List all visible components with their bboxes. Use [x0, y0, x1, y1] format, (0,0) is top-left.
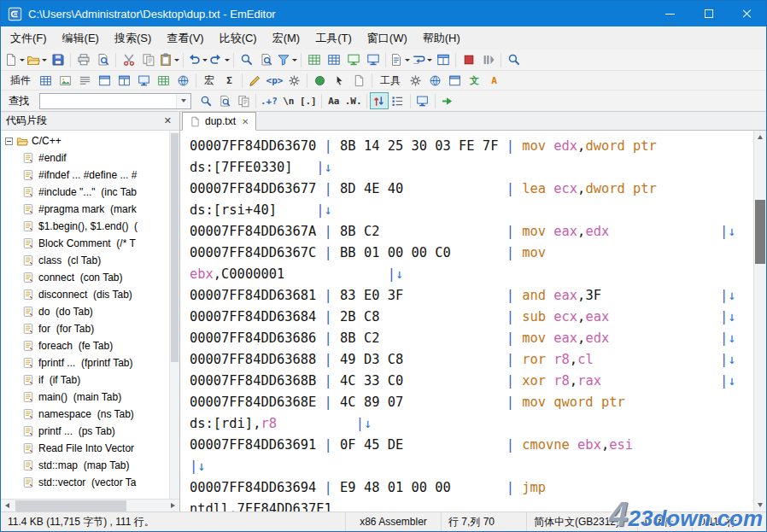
save-button[interactable] — [48, 50, 67, 69]
snippet-item[interactable]: $1.begin(), $1.end() ( — [1, 218, 179, 235]
snippets-hscroll-track[interactable] — [14, 500, 167, 512]
snippet-item[interactable]: disconnect (dis Tab) — [1, 286, 179, 303]
regex-toggle-button[interactable]: .+? — [259, 92, 279, 109]
snippet-item[interactable]: namespace (ns Tab) — [1, 406, 179, 423]
compare-windows-button[interactable] — [363, 50, 383, 69]
snippets-scrollbar[interactable] — [169, 132, 179, 499]
panel-close-button[interactable]: ✕ — [161, 115, 174, 126]
cut-button[interactable] — [119, 50, 138, 69]
snippet-item[interactable]: class (cl Tab) — [1, 252, 179, 269]
search-results-plugin-button[interactable] — [134, 71, 154, 90]
snippet-item[interactable]: #ifndef ... #define ... # — [1, 167, 179, 184]
scroll-left-button[interactable] — [1, 500, 14, 512]
snippet-item[interactable]: Block Comment (/* T — [1, 235, 179, 252]
wrap-mode-button[interactable] — [411, 50, 433, 69]
snippet-item[interactable]: foreach (fe Tab) — [1, 337, 179, 354]
tab-dup-txt[interactable]: dup.txt ✕ — [182, 112, 256, 131]
maximize-button[interactable] — [689, 1, 728, 26]
snippet-item[interactable]: do (do Tab) — [1, 303, 179, 320]
find-button[interactable] — [237, 50, 256, 69]
editor-text[interactable]: 00007FF84DD63670 | 8B 14 25 30 03 FE 7F … — [180, 131, 753, 512]
scroll-right-button[interactable] — [167, 500, 179, 512]
paste-button[interactable] — [158, 50, 180, 69]
record-macro-button[interactable] — [459, 50, 478, 69]
menu-item-5[interactable]: 宏(M) — [265, 26, 308, 50]
new-file-button[interactable] — [3, 50, 26, 69]
match-case-toggle-button[interactable]: Aa — [325, 92, 343, 109]
zoom-button[interactable] — [504, 50, 524, 69]
snippet-item[interactable]: if (if Tab) — [1, 371, 179, 389]
editor-scrollbar[interactable] — [753, 131, 766, 512]
menu-item-3[interactable]: 查看(V) — [159, 26, 211, 50]
undo-button[interactable] — [186, 50, 208, 69]
result-list-button[interactable] — [389, 92, 407, 109]
menu-item-8[interactable]: 帮助(H) — [415, 26, 468, 50]
snippets-hscrollbar[interactable] — [1, 499, 179, 512]
customize-button[interactable] — [406, 71, 425, 90]
snippet-item[interactable]: #endif — [1, 149, 179, 167]
snippet-item[interactable]: #include "..." (inc Tab — [1, 184, 179, 201]
status-position[interactable]: 行 7,列 70 — [442, 512, 527, 531]
snippets-hscroll-thumb[interactable] — [15, 500, 126, 512]
web-tools-button[interactable] — [425, 71, 445, 90]
word-count-plugin-button[interactable] — [154, 71, 173, 90]
tab-close-button[interactable]: ✕ — [242, 117, 249, 126]
snippet-item[interactable]: connect (con Tab) — [1, 269, 179, 286]
search-direction-button[interactable] — [370, 92, 389, 109]
snippet-item[interactable]: std::vector (vector Ta — [1, 474, 179, 491]
print-button[interactable] — [73, 50, 93, 69]
title-bar[interactable]: C:\Users\Administrator\Desktop\dup.txt -… — [1, 1, 766, 26]
macro-settings-button[interactable] — [284, 71, 304, 90]
search-button[interactable] — [196, 92, 215, 109]
window-tools-button[interactable] — [445, 71, 465, 90]
print-preview-button[interactable] — [93, 50, 113, 69]
image-preview-plugin-button[interactable] — [56, 71, 75, 90]
find-input[interactable] — [39, 93, 191, 109]
whole-word-toggle-button[interactable]: .W. — [343, 92, 364, 109]
snippet-item[interactable]: #pragma mark (mark — [1, 201, 179, 218]
macro-sigma-button[interactable]: Σ — [220, 71, 239, 90]
snippet-item[interactable]: printf ... (ps Tab) — [1, 423, 179, 440]
snippet-item[interactable]: Read File Into Vector — [1, 440, 179, 457]
minimize-button[interactable] — [651, 1, 689, 26]
macro-run-button[interactable] — [310, 71, 330, 90]
find-in-files-button[interactable] — [256, 50, 276, 69]
sync-scroll-button[interactable] — [343, 50, 363, 69]
editor-scroll-thumb[interactable] — [755, 200, 765, 264]
web-preview-plugin-button[interactable] — [173, 71, 193, 90]
menu-item-2[interactable]: 搜索(S) — [107, 26, 159, 50]
menu-item-1[interactable]: 编辑(E) — [55, 26, 107, 50]
snippets-plugin-button[interactable] — [95, 71, 114, 90]
open-file-button[interactable] — [26, 50, 48, 69]
escape-seq-toggle-button[interactable]: \n — [279, 92, 298, 109]
scroll-up-button[interactable] — [754, 131, 766, 143]
encoding-tools-button[interactable]: A — [484, 71, 504, 90]
snippet-item[interactable]: fprintf ... (fprintf Tab) — [1, 354, 179, 371]
csv-options-button[interactable] — [324, 50, 343, 69]
snippet-item[interactable]: std::map (map Tab) — [1, 457, 179, 474]
search-extract-button[interactable] — [234, 92, 253, 109]
macro-pointer-button[interactable] — [330, 71, 349, 90]
filter-button[interactable] — [276, 50, 298, 69]
search-in-doc-button[interactable] — [215, 92, 234, 109]
menu-item-7[interactable]: 窗口(W) — [360, 26, 415, 50]
editor-scroll-track[interactable] — [754, 143, 766, 499]
find-dropdown-button[interactable] — [176, 94, 190, 108]
collapse-icon[interactable] — [5, 137, 13, 145]
outline-plugin-button[interactable] — [75, 71, 95, 90]
menu-item-4[interactable]: 比较(C) — [212, 26, 265, 50]
number-range-toggle-button[interactable]: [.] — [298, 92, 319, 109]
language-button[interactable]: 文 — [465, 71, 484, 90]
go-next-button[interactable] — [438, 92, 457, 109]
macro-library-button[interactable] — [349, 71, 369, 90]
snippets-folder[interactable]: C/C++ — [1, 132, 179, 149]
status-syntax[interactable]: x86 Assembler — [346, 512, 442, 531]
menu-item-6[interactable]: 工具(T) — [307, 26, 360, 50]
show-marks-button[interactable] — [389, 50, 411, 69]
macro-code-button[interactable]: <p> — [265, 71, 284, 90]
snippets-scrollbar-thumb[interactable] — [171, 133, 179, 362]
close-button[interactable] — [728, 1, 766, 26]
redo-button[interactable] — [208, 50, 231, 69]
edit-macro-button[interactable] — [245, 71, 265, 90]
explorer-plugin-button[interactable] — [114, 71, 134, 90]
